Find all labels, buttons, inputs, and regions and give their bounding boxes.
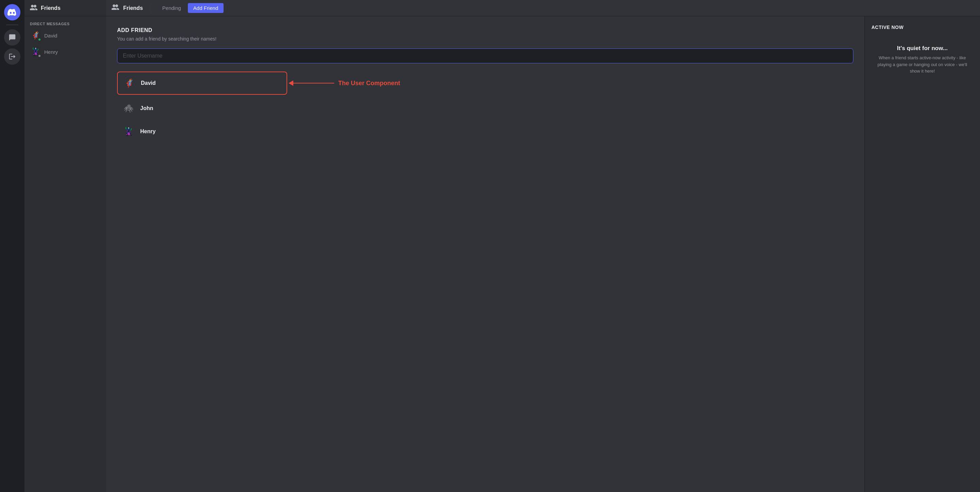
add-friend-subtitle: You can add a friend by searching their … (117, 36, 853, 42)
add-friend-area: ADD FRIEND You can add a friend by searc… (106, 16, 864, 492)
list-item: 🕷️ John (117, 97, 853, 119)
annotation-area: The User Component (288, 80, 400, 87)
search-input[interactable] (123, 53, 848, 59)
top-bar: Friends Pending Add Friend (106, 0, 980, 16)
list-item: 🦹 Henry (117, 121, 853, 142)
active-now-quiet-title: It's quiet for now... (875, 45, 970, 52)
add-friend-title: ADD FRIEND (117, 27, 853, 34)
arrow-container (288, 80, 334, 86)
active-now-panel: ACTIVE NOW It's quiet for now... When a … (864, 16, 980, 492)
dm-list: 🦸 David 🦹 Henry (24, 27, 106, 60)
dm-status-henry (38, 54, 41, 58)
dm-avatar-henry: 🦹 (30, 46, 41, 57)
dm-status-david (38, 38, 41, 41)
user-name-henry: Henry (140, 128, 156, 134)
content-area: ADD FRIEND You can add a friend by searc… (106, 16, 980, 492)
server-sidebar (0, 0, 24, 492)
user-list: 🦸 David The User Component (117, 72, 853, 142)
server-divider (6, 24, 18, 25)
user-name-john: John (140, 105, 153, 112)
active-now-title: ACTIVE NOW (872, 24, 973, 30)
friends-label: Friends (41, 5, 60, 11)
main-content: Friends Pending Add Friend ADD FRIEND Yo… (106, 0, 980, 492)
dm-name-henry: Henry (44, 49, 58, 55)
discord-home-button[interactable] (4, 4, 21, 21)
active-now-empty: It's quiet for now... When a friend star… (872, 38, 973, 81)
topbar-friends-label: Friends (123, 5, 143, 11)
logout-nav-button[interactable] (4, 48, 21, 65)
user-item-henry[interactable]: 🦹 Henry (117, 121, 853, 142)
user-item-david[interactable]: 🦸 David (117, 72, 287, 95)
topbar-friends-icon (111, 5, 119, 11)
arrow-head-icon (288, 80, 293, 86)
tab-add-friend[interactable]: Add Friend (188, 3, 224, 13)
dm-item-david[interactable]: 🦸 David (27, 27, 103, 44)
inbox-nav-button[interactable] (4, 29, 21, 46)
user-avatar-henry: 🦹 (122, 125, 135, 138)
dm-name-david: David (44, 33, 57, 38)
user-avatar-john: 🕷️ (122, 102, 135, 115)
friends-icon (30, 4, 37, 12)
active-now-description: When a friend starts active-now activity… (875, 54, 970, 75)
user-avatar-david: 🦸 (123, 76, 136, 90)
tab-pending[interactable]: Pending (157, 3, 186, 13)
search-input-wrapper[interactable] (117, 48, 853, 63)
channel-sidebar: Friends DIRECT MESSAGES 🦸 David 🦹 Henry (24, 0, 106, 492)
list-item: 🦸 David The User Component (117, 72, 853, 95)
dm-section-label: DIRECT MESSAGES (24, 16, 106, 27)
friends-header: Friends (24, 0, 106, 16)
dm-avatar-david: 🦸 (30, 30, 41, 41)
user-name-david: David (141, 80, 156, 86)
dm-item-henry[interactable]: 🦹 Henry (27, 44, 103, 60)
annotation-label: The User Component (338, 80, 400, 87)
arrow-line (293, 83, 334, 83)
user-item-john[interactable]: 🕷️ John (117, 97, 853, 119)
